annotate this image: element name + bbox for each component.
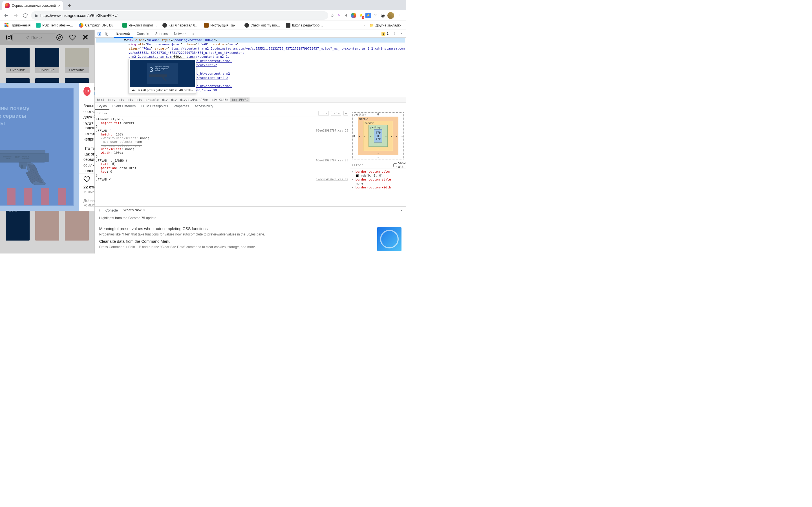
new-tab-button[interactable]: + (65, 2, 73, 10)
image-hover-preview: 3 причины почемусерые сервисыопасны 470 … (129, 59, 196, 94)
devtools-settings-button[interactable]: ⋮ (391, 31, 398, 37)
svg-rect-25 (149, 74, 167, 77)
post-header: LD livedune • Подписаться ••• (79, 83, 94, 100)
tab-title: Сервис аналитики соцсетей (12, 4, 56, 8)
folder-icon: 📁 (370, 23, 374, 27)
bookmark-favicon (162, 23, 167, 27)
computed-filter-input[interactable] (352, 163, 393, 167)
dom-breadcrumb[interactable]: html body div div div article div div di… (95, 97, 406, 103)
apps-icon (4, 23, 9, 27)
follow-link[interactable]: Подписаться (94, 91, 94, 96)
ext-icon-3[interactable] (351, 13, 356, 18)
menu-button[interactable]: ⋮ (396, 11, 404, 19)
computed-panel: position 0 0 - - margin - - - - (350, 110, 406, 207)
back-button[interactable] (2, 11, 10, 19)
drawer-menu-button[interactable]: ⋮ (96, 207, 103, 214)
cls-toggle[interactable]: .cls (331, 111, 342, 116)
styles-filter-input[interactable] (96, 112, 316, 115)
tab-strip: Сервис аналитики соцсетей × + (0, 0, 406, 10)
browser-tab[interactable]: Сервис аналитики соцсетей × (2, 1, 63, 10)
drawer-tab-close[interactable]: × (143, 209, 145, 212)
bookmark-item[interactable]: Школа редакторо… (284, 22, 325, 29)
bookmark-favicon (122, 23, 127, 27)
bookmarks-overflow-button[interactable]: » (363, 23, 365, 27)
post-caption: больше не работает. Вы, соответственно, … (79, 100, 94, 173)
warning-badge[interactable]: ▲ (382, 32, 386, 36)
bookmark-favicon: F (36, 23, 41, 27)
styles-rules[interactable]: element.style { object-fit: cover; } 65e… (95, 117, 350, 207)
forward-button[interactable] (12, 11, 20, 19)
warning-count: 1 (387, 32, 389, 36)
ext-icon-6[interactable]: 10 (373, 13, 378, 18)
url-input[interactable]: https://www.instagram.com/p/Bu-3KuwF0kv/ (31, 11, 328, 20)
bookmarks-bar: Приложения FPSD Templates —… Campaign UR… (0, 21, 406, 30)
author-username[interactable]: livedune (94, 87, 94, 91)
post-modal: img.FFVAD 470 × 470 3 причины почему сер… (0, 83, 94, 211)
tabs-overflow[interactable]: » (190, 30, 197, 38)
computed-properties[interactable]: ▸border-bottom-color rgb(0, 0, 0) ▸borde… (350, 168, 406, 191)
drawer-banner: Highlights from the Chrome 75 update (95, 214, 406, 222)
drawer-tab-whatsnew[interactable]: What's New (121, 207, 144, 214)
ext-icon-7[interactable]: ◉ (380, 13, 386, 18)
author-avatar[interactable]: LD (84, 87, 91, 96)
box-model[interactable]: position 0 0 - - margin - - - - (350, 110, 406, 162)
styles-subtabs: Styles Event Listeners DOM Breakpoints P… (95, 103, 406, 110)
inspect-element-button[interactable] (96, 31, 103, 37)
ext-icon-2[interactable]: ⬢ (343, 13, 349, 18)
post-modal-wrap: ‹ › img.FFVAD 470 × 470 3 причины почему (0, 30, 94, 253)
subtab-properties[interactable]: Properties (171, 103, 192, 110)
tab-elements[interactable]: Elements (114, 30, 133, 38)
comment-input[interactable]: Добавьте комментарий... (84, 198, 94, 207)
tab-console[interactable]: Console (134, 30, 152, 38)
devtools-tabs: Elements Console Sources Network » ▲ 1 ⋮… (95, 30, 406, 38)
like-button[interactable] (84, 176, 90, 182)
page-viewport: Поиск ✕ LIVEDUNE LIVEDUNE LIVEDUNE (0, 30, 94, 253)
post-actions: 22 отметок "Нравится" 14 МАРТА (79, 173, 94, 194)
url-text: https://www.instagram.com/p/Bu-3KuwF0kv/ (40, 13, 117, 18)
star-icon[interactable]: ☆ (330, 12, 335, 18)
bookmark-favicon (79, 23, 84, 27)
ext-icon-4[interactable]: 💡2 (358, 13, 364, 18)
other-bookmarks[interactable]: 📁 Другие закладки (367, 22, 404, 29)
bookmark-item[interactable]: FPSD Templates —… (34, 22, 75, 29)
drawer-illustration (377, 227, 402, 251)
instagram-favicon (5, 3, 10, 8)
post-date: 14 МАРТА (84, 190, 94, 193)
bookmark-favicon (286, 23, 290, 27)
bookmark-favicon (245, 23, 249, 27)
devtools-panel: Elements Console Sources Network » ▲ 1 ⋮… (94, 30, 406, 253)
bookmark-item[interactable]: Чек-лист подгот… (120, 22, 159, 29)
ext-icon-5[interactable]: ⚡ (365, 13, 371, 18)
likes-count[interactable]: 22 отметок "Нравится" (84, 185, 94, 189)
devtools-close-button[interactable]: × (398, 31, 405, 37)
device-toggle-button[interactable] (103, 31, 110, 37)
subtab-dom-breakpoints[interactable]: DOM Breakpoints (139, 103, 171, 110)
subtab-accessibility[interactable]: Accessibility (192, 103, 216, 110)
hov-toggle[interactable]: :hov (318, 111, 329, 116)
tab-network[interactable]: Network (171, 30, 189, 38)
new-rule-button[interactable]: + (343, 111, 348, 116)
drawer-close-button[interactable]: × (398, 207, 405, 214)
subtab-event-listeners[interactable]: Event Listeners (109, 103, 139, 110)
close-tab-icon[interactable]: × (58, 3, 60, 8)
bookmark-item[interactable]: Как я перестал б… (160, 22, 201, 29)
reload-button[interactable] (21, 11, 29, 19)
drawer-tab-console[interactable]: Console (103, 207, 121, 214)
subtab-styles[interactable]: Styles (95, 103, 110, 110)
elements-tree[interactable]: ▼<div class="KL4Bh" style="padding-botto… (95, 38, 406, 97)
post-image[interactable]: 3 причины почему серые сервисы опасны (0, 83, 79, 211)
bookmark-favicon (204, 23, 209, 27)
profile-avatar[interactable] (388, 12, 394, 19)
tab-sources[interactable]: Sources (153, 30, 170, 38)
ext-icon-1[interactable]: ✎ (336, 13, 342, 18)
devtools-drawer: ⋮ Console What's New × × Highlights from… (95, 207, 406, 253)
show-all-checkbox[interactable] (393, 163, 397, 167)
bookmark-item[interactable]: Check out my mo… (242, 22, 283, 29)
inspector-highlight (0, 88, 73, 206)
bookmark-item[interactable]: Campaign URL Bu… (77, 22, 119, 29)
bookmark-item[interactable]: Инструкция: как… (202, 22, 241, 29)
lock-icon (35, 13, 38, 17)
bookmark-apps[interactable]: Приложения (2, 22, 33, 29)
drawer-heading-1: Meaningful preset values when autocomple… (99, 226, 373, 231)
styles-panel: :hov .cls + element.style { object-fit: … (95, 110, 350, 207)
